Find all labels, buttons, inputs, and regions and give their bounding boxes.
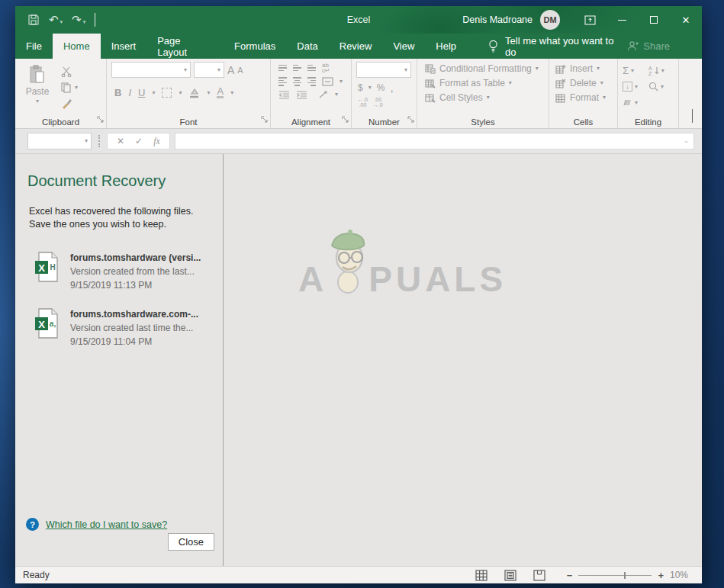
zoom-percentage[interactable]: 10% xyxy=(670,570,691,580)
percent-style-button[interactable]: % xyxy=(377,82,385,93)
tell-me-box[interactable]: Tell me what you want to do xyxy=(488,34,627,59)
align-bottom-icon[interactable] xyxy=(307,65,316,71)
wrap-text-button[interactable]: abc↵ xyxy=(322,63,330,73)
share-button[interactable]: Share xyxy=(627,34,702,59)
insert-cells-button[interactable]: Insert ▾ xyxy=(555,63,614,74)
zoom-slider-thumb[interactable] xyxy=(624,572,626,579)
orientation-icon[interactable] xyxy=(318,90,329,99)
tab-insert[interactable]: Insert xyxy=(101,34,147,59)
align-center-icon[interactable] xyxy=(293,77,301,86)
font-color-dropdown-icon[interactable]: ▾ xyxy=(230,90,233,96)
format-painter-button[interactable] xyxy=(61,98,78,109)
tab-view[interactable]: View xyxy=(382,34,425,59)
align-left-icon[interactable] xyxy=(278,77,287,86)
format-as-table-button[interactable]: Format as Table ▾ xyxy=(425,78,545,88)
tab-help[interactable]: Help xyxy=(425,34,467,59)
number-dialog-launcher[interactable] xyxy=(407,112,414,126)
minimize-button[interactable] xyxy=(606,6,638,34)
decrease-font-size-button[interactable]: A xyxy=(237,66,243,75)
insert-function-button[interactable]: fx xyxy=(153,136,160,147)
undo-dropdown-icon[interactable]: ▾ xyxy=(60,19,63,24)
fill-button[interactable]: ↓▾ xyxy=(623,79,648,95)
cancel-entry-button[interactable]: ✕ xyxy=(117,136,124,146)
tab-home[interactable]: Home xyxy=(53,34,101,59)
name-box[interactable]: ▾ xyxy=(27,133,92,149)
ribbon-display-options-button[interactable] xyxy=(574,6,606,34)
increase-decimal-button[interactable]: ←.0.00 xyxy=(358,97,368,108)
customize-quick-access-button[interactable] xyxy=(95,13,95,27)
page-layout-view-icon[interactable] xyxy=(504,570,516,581)
underline-button[interactable]: U xyxy=(138,87,145,98)
redo-dropdown-icon[interactable]: ▾ xyxy=(83,19,86,24)
paste-button[interactable]: Paste ▾ xyxy=(20,62,55,114)
tab-page-layout[interactable]: Page Layout xyxy=(146,34,224,59)
accounting-format-button[interactable]: $ xyxy=(358,82,363,93)
normal-view-icon[interactable] xyxy=(475,570,487,581)
increase-font-size-button[interactable]: A xyxy=(227,64,234,76)
number-format-combobox[interactable]: ▾ xyxy=(356,62,411,78)
zoom-out-button[interactable]: − xyxy=(567,570,573,581)
zoom-slider[interactable] xyxy=(578,570,652,580)
merge-center-icon[interactable] xyxy=(322,77,333,86)
clipboard-dialog-launcher[interactable] xyxy=(97,112,104,126)
align-right-icon[interactable] xyxy=(307,77,316,86)
align-middle-icon[interactable] xyxy=(293,65,301,71)
copy-button[interactable]: ▾ xyxy=(61,82,78,93)
underline-dropdown-icon[interactable]: ▾ xyxy=(152,90,155,96)
merge-dropdown-icon[interactable]: ▾ xyxy=(339,79,343,85)
decrease-indent-icon[interactable] xyxy=(278,91,290,99)
recovered-file-item[interactable]: X a, forums.tomshardware.com-... Version… xyxy=(34,307,223,349)
recovered-file-item[interactable]: X H forums.tomshardware (versi... Versio… xyxy=(34,251,223,292)
cell-styles-button[interactable]: Cell Styles ▾ xyxy=(425,92,545,103)
expand-formula-bar-icon[interactable]: ⌄ xyxy=(684,138,693,144)
tab-file[interactable]: File xyxy=(15,34,53,59)
enter-entry-button[interactable]: ✓ xyxy=(135,136,143,146)
font-color-button[interactable]: A xyxy=(217,87,224,98)
increase-indent-icon[interactable] xyxy=(296,91,307,99)
align-top-icon[interactable] xyxy=(278,65,287,71)
format-cells-button[interactable]: Format ▾ xyxy=(555,92,614,103)
fill-color-dropdown-icon[interactable]: ▾ xyxy=(207,90,210,96)
close-pane-button[interactable]: Close xyxy=(168,533,214,551)
fill-color-icon[interactable] xyxy=(188,88,200,98)
conditional-formatting-button[interactable]: Conditional Formatting ▾ xyxy=(425,63,545,74)
font-name-combobox[interactable]: ▾ xyxy=(111,62,191,78)
delete-cells-button[interactable]: Delete ▾ xyxy=(555,78,614,88)
borders-icon[interactable] xyxy=(162,88,172,98)
tab-formulas[interactable]: Formulas xyxy=(224,34,286,59)
borders-dropdown-icon[interactable]: ▾ xyxy=(179,90,182,96)
page-break-preview-icon[interactable] xyxy=(533,570,545,581)
copy-dropdown-icon[interactable]: ▾ xyxy=(75,85,78,91)
sort-filter-button[interactable]: AZ ▾ xyxy=(648,63,674,79)
font-size-combobox[interactable]: ▾ xyxy=(194,62,224,78)
autosum-button[interactable]: Σ▾ xyxy=(623,63,648,79)
avatar[interactable]: DM xyxy=(540,10,560,30)
orientation-dropdown-icon[interactable]: ▾ xyxy=(335,92,338,98)
formula-bar-resize-handle[interactable] xyxy=(98,135,100,147)
bold-button[interactable]: B xyxy=(114,87,121,98)
accounting-dropdown-icon[interactable]: ▾ xyxy=(368,85,372,91)
name-box-dropdown-icon[interactable]: ▾ xyxy=(85,138,91,144)
formula-input-box[interactable]: ⌄ xyxy=(175,133,694,149)
italic-button[interactable]: I xyxy=(128,87,131,98)
font-dialog-launcher[interactable] xyxy=(261,112,268,126)
paste-dropdown-icon[interactable]: ▾ xyxy=(36,98,39,104)
tab-data[interactable]: Data xyxy=(286,34,328,59)
collapse-ribbon-button[interactable] xyxy=(692,110,693,124)
decrease-decimal-button[interactable]: .00→.0 xyxy=(373,97,383,108)
clear-button[interactable]: ▾ xyxy=(623,95,648,111)
find-select-button[interactable]: ▾ xyxy=(648,79,674,95)
save-icon[interactable] xyxy=(27,14,40,26)
undo-button[interactable]: ↶▾ xyxy=(49,13,63,27)
comma-style-button[interactable]: , xyxy=(390,81,393,94)
formula-input[interactable] xyxy=(175,133,684,149)
user-name[interactable]: Denis Madroane xyxy=(462,14,533,25)
alignment-dialog-launcher[interactable] xyxy=(342,112,349,126)
tab-review[interactable]: Review xyxy=(329,34,383,59)
close-window-button[interactable]: ✕ xyxy=(670,6,702,34)
name-box-input[interactable] xyxy=(28,133,72,149)
which-file-help-link[interactable]: Which file do I want to save? xyxy=(46,519,167,530)
cut-button[interactable] xyxy=(61,66,78,77)
redo-button[interactable]: ↷▾ xyxy=(72,13,85,27)
zoom-in-button[interactable]: + xyxy=(658,570,664,581)
